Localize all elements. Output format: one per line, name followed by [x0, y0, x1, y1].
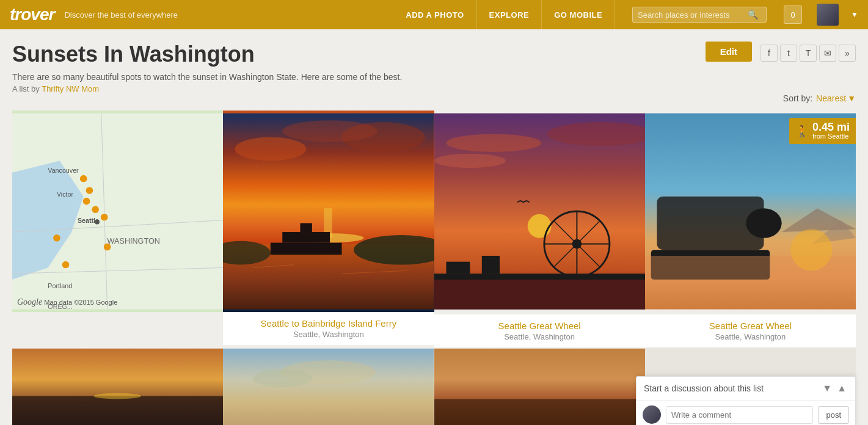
svg-text:WASHINGTON: WASHINGTON [108, 237, 160, 245]
sort-select[interactable]: Nearest ▼ [816, 93, 856, 103]
logo: trover [10, 5, 54, 24]
list-item[interactable] [12, 347, 223, 425]
wheel2-location: Seattle, Washington [651, 332, 850, 341]
map-svg: Vancouver Victor Seattle Portland WASHIN… [12, 111, 223, 312]
distance-from: from Seattle [812, 133, 850, 140]
comment-input[interactable] [666, 406, 813, 424]
sort-label: Sort by: [783, 93, 812, 103]
author-link[interactable]: Thrifty NW Mom [42, 84, 99, 93]
distance-badge: 🚶 0.45 mi from Seattle [789, 118, 856, 144]
header: trover Discover the best of everywhere A… [0, 0, 868, 29]
svg-rect-30 [283, 232, 330, 243]
ferry-photo [223, 111, 434, 312]
ferry-location: Seattle, Washington [229, 330, 428, 339]
svg-point-19 [62, 261, 70, 269]
wheel1-photo [434, 111, 645, 314]
walk-icon: 🚶 [795, 125, 809, 138]
avatar-image [817, 4, 839, 26]
distance-value: 0.45 mi [812, 122, 850, 133]
svg-point-40 [527, 214, 551, 238]
list-item[interactable] [434, 347, 645, 425]
more-share-icon[interactable]: » [839, 45, 856, 62]
svg-point-18 [53, 234, 60, 242]
row2-wrapper: Start a discussion about this list ▼ ▲ p… [12, 347, 856, 425]
svg-point-26 [235, 137, 307, 161]
svg-point-16 [92, 206, 99, 213]
list-item[interactable] [223, 347, 434, 425]
svg-rect-29 [271, 243, 342, 255]
discussion-avatar [643, 405, 661, 424]
svg-point-21 [95, 220, 100, 225]
svg-point-62 [93, 393, 141, 399]
discussion-controls: ▼ ▲ [821, 383, 848, 394]
wheel1-caption: Seattle Great Wheel Seattle, Washington [434, 314, 645, 347]
page-content: Sunsets In Washington Edit f t T ✉ » The… [0, 29, 868, 425]
svg-point-28 [283, 120, 378, 142]
svg-rect-49 [446, 262, 470, 274]
sort-bar: Sort by: Nearest ▼ [12, 93, 856, 103]
discussion-panel: Start a discussion about this list ▼ ▲ p… [636, 376, 856, 425]
svg-point-54 [746, 208, 781, 238]
author-line: A list by Thrifty NW Mom [12, 84, 856, 93]
email-share-icon[interactable]: ✉ [819, 45, 836, 62]
title-left: Sunsets In Washington [12, 42, 255, 67]
twitter-share-icon[interactable]: t [780, 45, 797, 62]
title-row: Sunsets In Washington Edit f t T ✉ » [12, 42, 856, 67]
sort-value: Nearest [816, 93, 846, 103]
svg-rect-50 [481, 256, 499, 274]
svg-point-15 [83, 198, 90, 205]
author-prefix: A list by [12, 84, 42, 93]
tumblr-share-icon[interactable]: T [800, 45, 817, 62]
svg-point-59 [790, 229, 832, 271]
svg-point-37 [446, 134, 541, 152]
tagline: Discover the best of everywhere [64, 10, 178, 20]
svg-rect-63 [223, 349, 434, 425]
list-item[interactable]: Seattle to Bainbridge Island Ferry Seatt… [223, 111, 434, 347]
search-input[interactable] [638, 10, 748, 20]
discussion-close-button[interactable]: ▲ [836, 383, 848, 394]
discussion-title: Start a discussion about this list [644, 383, 764, 393]
svg-point-39 [434, 154, 506, 168]
explore-button[interactable]: EXPLORE [477, 0, 542, 29]
svg-rect-61 [12, 396, 223, 425]
grid-row-1: Vancouver Victor Seattle Portland WASHIN… [12, 111, 856, 347]
wheel2-title: Seattle Great Wheel [651, 321, 850, 331]
sort-dropdown-icon: ▼ [847, 93, 856, 103]
list-item[interactable]: 🚶 0.45 mi from Seattle [645, 111, 856, 347]
notification-badge[interactable]: 0 [784, 5, 802, 24]
main-grid: Vancouver Victor Seattle Portland WASHIN… [12, 111, 856, 425]
wheel1-location: Seattle, Washington [440, 332, 639, 341]
discussion-header: Start a discussion about this list ▼ ▲ [636, 377, 855, 401]
svg-text:Vancouver: Vancouver [48, 167, 79, 174]
post-button[interactable]: post [818, 406, 849, 424]
social-icons: f t T ✉ » [760, 45, 856, 62]
avatar[interactable] [817, 4, 839, 26]
svg-rect-67 [434, 399, 645, 425]
edit-button[interactable]: Edit [706, 42, 752, 62]
search-bar[interactable]: 🔍 [632, 7, 767, 23]
svg-text:Portland: Portland [48, 282, 72, 289]
map-container: Vancouver Victor Seattle Portland WASHIN… [12, 111, 223, 312]
go-mobile-button[interactable]: GO MOBILE [542, 0, 615, 29]
ferry-title: Seattle to Bainbridge Island Ferry [229, 318, 428, 329]
map-credit: Google Map data ©2015 Google [17, 297, 117, 307]
svg-point-17 [101, 214, 108, 221]
svg-point-14 [86, 187, 93, 194]
wheel1-title: Seattle Great Wheel [440, 321, 639, 331]
avatar-dropdown-icon[interactable]: ▼ [851, 10, 858, 19]
facebook-share-icon[interactable]: f [760, 45, 778, 62]
svg-text:Victor: Victor [57, 191, 74, 198]
list-item[interactable]: Vancouver Victor Seattle Portland WASHIN… [12, 111, 223, 347]
nav: ADD A PHOTO EXPLORE GO MOBILE [393, 0, 615, 29]
ferry-caption: Seattle to Bainbridge Island Ferry Seatt… [223, 312, 434, 345]
svg-point-46 [572, 239, 582, 249]
svg-rect-31 [301, 223, 312, 232]
list-item[interactable]: Seattle Great Wheel Seattle, Washington [434, 111, 645, 347]
add-photo-button[interactable]: ADD A PHOTO [393, 0, 476, 29]
discussion-minimize-button[interactable]: ▼ [821, 383, 833, 394]
svg-point-20 [104, 244, 111, 251]
map-data-credit: Map data ©2015 Google [44, 299, 117, 306]
google-logo: Google [17, 297, 42, 307]
discussion-input-row: post [636, 401, 855, 425]
title-right: Edit f t T ✉ » [706, 42, 856, 62]
